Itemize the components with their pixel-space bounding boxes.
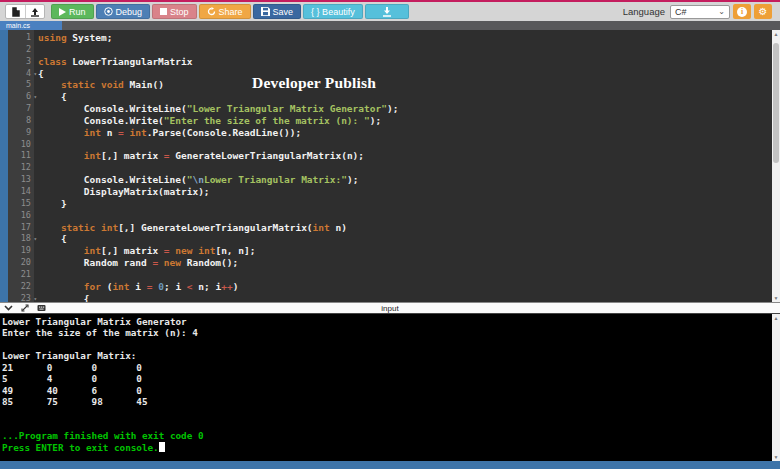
console-line: 21 0 0 0	[2, 362, 772, 373]
line-number: 8	[8, 115, 34, 127]
scroll-down-icon[interactable]: ▼	[772, 453, 780, 461]
console-header-bar: input	[0, 302, 780, 314]
code-line[interactable]	[38, 139, 772, 151]
editor-scrollbar-thumb[interactable]	[773, 43, 779, 163]
console-line	[2, 408, 772, 419]
line-number: 18▾	[8, 233, 34, 245]
beautify-label: { } Beautify	[311, 7, 355, 17]
code-line[interactable]: for (int i = 0; i < n; i++)	[38, 281, 772, 293]
save-button[interactable]: Save	[253, 4, 302, 19]
code-line[interactable]: }	[38, 198, 772, 210]
line-number: 14	[8, 186, 34, 198]
console-line: Press ENTER to exit console.	[2, 442, 772, 453]
main-toolbar: Run Debug Stop Share Save { } Beautify L…	[0, 2, 780, 21]
line-number: 5	[8, 79, 34, 91]
line-number: 1	[8, 32, 34, 44]
code-line[interactable]: int[,] matrix = GenerateLowerTriangularM…	[38, 150, 772, 162]
code-line[interactable]	[38, 210, 772, 222]
editor-gutter[interactable]: 1234▾56▾789101112131415161718▾1920212223…	[8, 30, 34, 302]
console-resize-button[interactable]	[21, 304, 29, 312]
code-line[interactable]: class LowerTriangularMatrix	[38, 56, 772, 68]
settings-button[interactable]: ⚙	[754, 4, 772, 19]
code-line[interactable]: Console.Write("Enter the size of the mat…	[38, 115, 772, 127]
console-scrollbar[interactable]: ▲ ▼	[772, 314, 780, 461]
line-number: 20	[8, 257, 34, 269]
debug-icon	[104, 7, 113, 16]
code-line[interactable]: {	[38, 91, 772, 103]
console-line: Enter the size of the matrix (n): 4	[2, 327, 772, 338]
beautify-button[interactable]: { } Beautify	[303, 4, 363, 19]
save-icon	[261, 7, 270, 16]
language-select[interactable]: C# ⌄	[670, 5, 730, 19]
line-number: 2	[8, 44, 34, 56]
watermark-text: Developer Publish	[252, 74, 376, 92]
line-number: 17	[8, 222, 34, 234]
chevron-down-icon	[4, 305, 13, 311]
console-keyboard-button[interactable]	[37, 304, 46, 312]
stop-button[interactable]: Stop	[152, 4, 197, 19]
console-header-icons	[0, 304, 46, 312]
line-number: 6▾	[8, 91, 34, 103]
line-number: 16	[8, 210, 34, 222]
share-button[interactable]: Share	[199, 4, 251, 19]
code-line[interactable]: Random rand = new Random();	[38, 257, 772, 269]
console-line: 85 75 98 45	[2, 396, 772, 407]
console-line: Lower Triangular Matrix Generator	[2, 316, 772, 327]
share-icon	[207, 7, 216, 16]
info-button[interactable]: i	[733, 4, 751, 19]
scroll-up-icon[interactable]: ▲	[772, 30, 780, 38]
code-line[interactable]	[38, 269, 772, 281]
code-line[interactable]: {	[38, 68, 772, 80]
run-button[interactable]: Run	[51, 4, 94, 19]
code-line[interactable]	[38, 44, 772, 56]
code-line[interactable]: DisplayMatrix(matrix);	[38, 186, 772, 198]
chevron-down-icon: ⌄	[718, 7, 725, 16]
console-collapse-button[interactable]	[4, 305, 13, 311]
code-line[interactable]: int[,] matrix = new int[n, n];	[38, 245, 772, 257]
code-line[interactable]: static void Main()	[38, 79, 772, 91]
play-icon	[59, 8, 66, 16]
editor-scrollbar[interactable]: ▲ ▼	[772, 30, 780, 302]
save-label: Save	[273, 7, 294, 17]
scroll-up-icon[interactable]: ▲	[772, 314, 780, 322]
console-line: ...Program finished with exit code 0	[2, 430, 772, 441]
language-value: C#	[675, 7, 687, 17]
console-line	[2, 419, 772, 430]
editor-left-margin	[0, 30, 8, 302]
debug-label: Debug	[116, 7, 143, 17]
upload-file-button[interactable]	[25, 5, 44, 18]
debug-button[interactable]: Debug	[96, 4, 151, 19]
info-icon: i	[737, 7, 747, 17]
line-number: 15	[8, 198, 34, 210]
console-line	[2, 339, 772, 350]
gear-icon: ⚙	[759, 6, 768, 17]
line-number: 9	[8, 127, 34, 139]
scroll-down-icon[interactable]: ▼	[772, 294, 780, 302]
editor-code-lines[interactable]: using System; class LowerTriangularMatri…	[34, 30, 772, 302]
line-number: 22	[8, 281, 34, 293]
line-number: 21	[8, 269, 34, 281]
line-number: 4▾	[8, 68, 34, 80]
terminal-cursor	[159, 442, 165, 452]
new-file-button[interactable]	[6, 5, 25, 18]
line-number: 12	[8, 162, 34, 174]
stop-icon	[160, 8, 167, 15]
code-line[interactable]: int n = int.Parse(Console.ReadLine());	[38, 127, 772, 139]
line-number: 7	[8, 103, 34, 115]
download-button[interactable]	[365, 4, 409, 19]
upload-icon	[30, 7, 40, 17]
console-scrollbar-area: ▲ ▼	[772, 314, 780, 461]
line-number: 19	[8, 245, 34, 257]
tab-main-cs[interactable]: main.cs	[0, 21, 62, 30]
code-line[interactable]	[38, 162, 772, 174]
file-button-group	[5, 4, 45, 19]
line-number: 11	[8, 150, 34, 162]
console-input-tab-label: input	[0, 304, 780, 313]
code-line[interactable]: {	[38, 293, 772, 302]
console-output[interactable]: Lower Triangular Matrix GeneratorEnter t…	[0, 314, 772, 461]
code-line[interactable]: Console.WriteLine("\nLower Triangular Ma…	[38, 174, 772, 186]
code-line[interactable]: Console.WriteLine("Lower Triangular Matr…	[38, 103, 772, 115]
code-line[interactable]: using System;	[38, 32, 772, 44]
code-line[interactable]: {	[38, 233, 772, 245]
code-line[interactable]: static int[,] GenerateLowerTriangularMat…	[38, 222, 772, 234]
